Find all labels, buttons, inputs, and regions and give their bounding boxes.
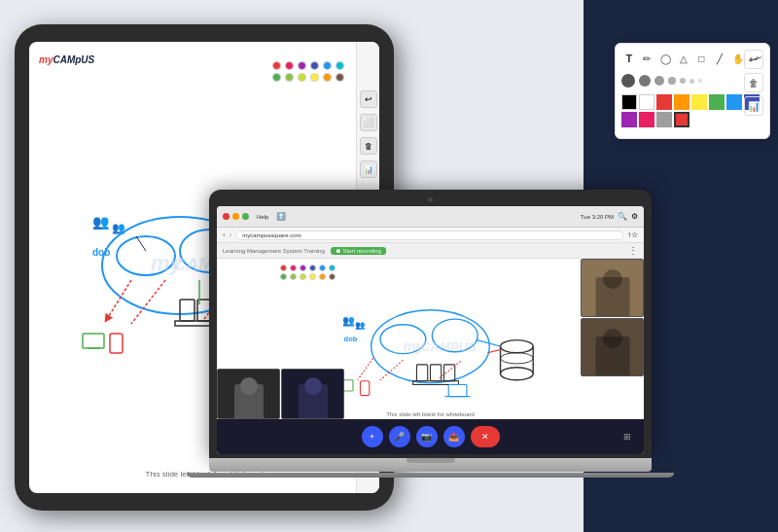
line-tool[interactable]: ╱ bbox=[712, 50, 727, 67]
end-call-btn[interactable]: ✕ bbox=[471, 426, 500, 447]
share-screen-btn[interactable]: 📤 bbox=[443, 426, 465, 447]
ipad-color-palette bbox=[272, 61, 345, 82]
triangle-tool[interactable]: △ bbox=[676, 50, 691, 67]
share-icon: ⬆️ bbox=[276, 212, 286, 221]
chart-btn[interactable]: 📊 bbox=[744, 96, 763, 116]
laptop-topbar: Help ⬆️ Tue 3:20 PM 🔍 ⚙ bbox=[217, 206, 644, 228]
color-dot-3[interactable] bbox=[298, 61, 306, 70]
laptop-video-tiles-right bbox=[581, 259, 644, 376]
size-dot-6[interactable] bbox=[690, 79, 694, 84]
color-white[interactable] bbox=[639, 94, 654, 110]
laptop-bezel: Help ⬆️ Tue 3:20 PM 🔍 ⚙ ‹ › mycampussqua… bbox=[209, 190, 652, 458]
audio-btn[interactable]: 🎤 bbox=[389, 426, 410, 447]
color-dot-6[interactable] bbox=[336, 61, 344, 70]
laptop-base bbox=[209, 458, 652, 472]
svg-rect-10 bbox=[180, 300, 194, 321]
laptop-settings-icon[interactable]: ⚙ bbox=[631, 212, 638, 221]
laptop-video-tiles-left bbox=[217, 369, 344, 419]
video-btn[interactable]: 📷 bbox=[416, 426, 438, 447]
ipad-tool-chart[interactable]: 📊 bbox=[360, 160, 377, 178]
svg-point-29 bbox=[501, 340, 534, 353]
color-dot-8[interactable] bbox=[285, 73, 294, 82]
size-dot-2[interactable] bbox=[639, 75, 651, 87]
svg-text:CAMPUS: CAMPUS bbox=[421, 339, 477, 354]
laptop-urlbar: ‹ › mycampussquare.com ↑ ☆ bbox=[217, 228, 644, 243]
laptop-device: Help ⬆️ Tue 3:20 PM 🔍 ⚙ ‹ › mycampussqua… bbox=[209, 190, 652, 478]
minimize-dot[interactable] bbox=[232, 213, 239, 220]
color-dot-9[interactable] bbox=[298, 73, 306, 82]
svg-text:👥: 👥 bbox=[112, 221, 125, 234]
maximize-dot[interactable] bbox=[242, 213, 249, 220]
laptop-subbar: Learning Management System Training ⏺ St… bbox=[217, 243, 644, 259]
size-dot-4[interactable] bbox=[668, 77, 676, 85]
participants-btn[interactable]: ⊞ bbox=[619, 426, 636, 447]
laptop-camera bbox=[428, 197, 433, 202]
svg-rect-19 bbox=[110, 334, 123, 353]
svg-rect-20 bbox=[83, 334, 104, 348]
laptop-screen: Help ⬆️ Tue 3:20 PM 🔍 ⚙ ‹ › mycampussqua… bbox=[217, 206, 644, 454]
color-dot-12[interactable] bbox=[336, 73, 344, 82]
video-tile-2 bbox=[281, 369, 344, 419]
rect-tool[interactable]: □ bbox=[694, 50, 710, 67]
toolbar-actions-col: ↩ 🗑 📊 bbox=[744, 50, 763, 116]
delete-btn[interactable]: 🗑 bbox=[744, 73, 763, 92]
laptop-traffic-lights bbox=[223, 213, 249, 220]
color-dot-5[interactable] bbox=[323, 61, 332, 70]
color-dot-11[interactable] bbox=[323, 73, 332, 82]
laptop-search-icon[interactable]: 🔍 bbox=[618, 212, 627, 221]
svg-rect-34 bbox=[416, 365, 427, 381]
laptop-time: Tue 3:20 PM bbox=[581, 214, 614, 220]
color-dot-2[interactable] bbox=[285, 61, 294, 70]
size-dot-5[interactable] bbox=[680, 78, 686, 84]
color-purple[interactable] bbox=[621, 112, 637, 127]
toolbar-size-row bbox=[621, 72, 763, 89]
undo-btn[interactable]: ↩ bbox=[744, 50, 763, 69]
toolbar-colors-row bbox=[621, 94, 763, 127]
more-options-icon[interactable]: ⋮ bbox=[628, 245, 638, 256]
color-pink[interactable] bbox=[639, 112, 654, 127]
circle-tool[interactable]: ◯ bbox=[657, 50, 673, 67]
text-tool[interactable]: T bbox=[621, 50, 637, 67]
laptop-url-field[interactable]: mycampussquare.com bbox=[235, 231, 623, 240]
laptop-nav-back[interactable]: ‹ bbox=[223, 231, 226, 239]
color-black[interactable] bbox=[621, 94, 637, 110]
ipad-tool-clear[interactable]: ⬜ bbox=[360, 114, 377, 131]
logo-my-text: my bbox=[39, 54, 53, 65]
size-dot-3[interactable] bbox=[654, 76, 664, 86]
logo-campus-text: CAMpUS bbox=[53, 54, 94, 65]
laptop-main-content: my CAMPUS 👥 bbox=[217, 259, 644, 454]
laptop-bottom-bar: + 🎤 📷 📤 ✕ ⊞ bbox=[217, 419, 644, 454]
color-blue[interactable] bbox=[726, 94, 742, 110]
meeting-add-btn[interactable]: + bbox=[362, 426, 383, 447]
size-dot-7[interactable] bbox=[698, 79, 702, 83]
record-btn[interactable]: ⏺ Start recording bbox=[331, 247, 386, 255]
pen-tool[interactable]: ✏ bbox=[640, 50, 655, 67]
color-dot-7[interactable] bbox=[272, 73, 281, 82]
size-dot-1[interactable] bbox=[621, 74, 635, 88]
toolbar-tools-row: T ✏ ◯ △ □ ╱ ✋ ╱ bbox=[621, 50, 763, 67]
color-green[interactable] bbox=[709, 94, 725, 110]
svg-rect-35 bbox=[431, 365, 442, 381]
ipad-tool-delete[interactable]: 🗑 bbox=[360, 137, 377, 155]
ipad-tool-undo[interactable]: ↩ bbox=[360, 90, 377, 108]
svg-point-32 bbox=[501, 368, 534, 380]
laptop-notch bbox=[407, 458, 455, 463]
laptop-star-btn[interactable]: ☆ bbox=[631, 231, 638, 239]
color-yellow[interactable] bbox=[691, 94, 707, 110]
svg-point-33 bbox=[501, 353, 534, 364]
color-orange[interactable] bbox=[674, 94, 690, 110]
video-tile-1 bbox=[217, 369, 280, 419]
subbar-label: Learning Management System Training bbox=[223, 248, 325, 254]
color-red[interactable] bbox=[656, 94, 672, 110]
svg-text:dob: dob bbox=[344, 335, 358, 343]
laptop-color-palette bbox=[280, 265, 336, 280]
video-tile-right-1 bbox=[581, 259, 644, 317]
color-red-selected[interactable] bbox=[674, 112, 690, 127]
color-dot-1[interactable] bbox=[272, 61, 281, 70]
color-dot-10[interactable] bbox=[310, 73, 319, 82]
laptop-foot bbox=[187, 473, 674, 478]
color-dot-4[interactable] bbox=[310, 61, 319, 70]
color-gray[interactable] bbox=[656, 112, 672, 127]
laptop-nav-forward[interactable]: › bbox=[230, 231, 232, 239]
close-dot[interactable] bbox=[223, 213, 230, 220]
